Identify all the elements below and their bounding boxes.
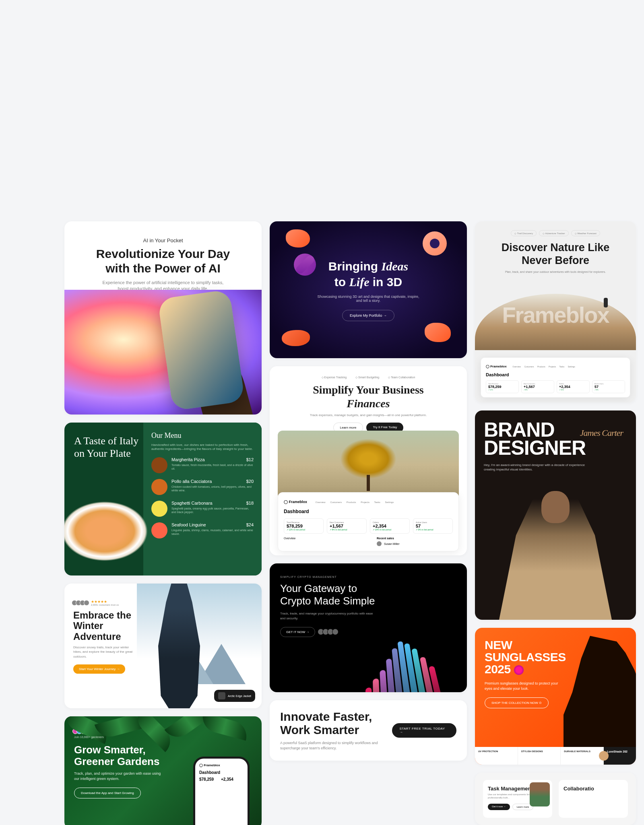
card-title: Discover Nature Like Never Before [475, 236, 636, 267]
blob-shape [294, 254, 316, 276]
strip-item: STYLISH DESIGNS [518, 747, 561, 765]
blob-shape [425, 323, 451, 342]
card-subtitle: Plan, track, and share your outdoor adve… [475, 270, 636, 273]
overview-label: Overview [284, 537, 295, 546]
card-3d-ideas[interactable]: Bringing Ideas to Life in 3D Showcasing … [270, 221, 467, 358]
card-sunglasses[interactable]: NEW SUNGLASSES 2025 Premium sunglasses d… [475, 628, 636, 765]
face-emoji-icon [514, 665, 524, 675]
avatar [332, 629, 339, 635]
pasta-plate-image [64, 495, 157, 567]
card-ai-pocket[interactable]: AI in Your Pocket Revolutionize Your Day… [64, 221, 262, 415]
download-button[interactable]: Download the App and Start Growing [74, 788, 141, 798]
avatar-caption: Join 10,000+ gardeners [74, 736, 252, 738]
person-image [530, 782, 550, 806]
dashboard-nav: Overview Customers Products Projects Tas… [315, 501, 398, 503]
card-innovate[interactable]: Innovate Faster, Work Smarter A powerful… [270, 700, 467, 761]
blob-shape [286, 229, 310, 248]
card-title: BRAND DESIGNER James Carter [484, 421, 627, 457]
card-crypto[interactable]: SIMPLIFY CRYPTO MANAGEMENT Your Gateway … [270, 563, 467, 692]
menu-item[interactable]: Seafood Linguine$24 Linguine pasta, shri… [151, 522, 254, 538]
feature-tags: ◇ Trail Discovery ◇ Adventure Tracker ◇ … [475, 221, 636, 236]
card-title: Innovate Faster, Work Smarter [280, 710, 392, 736]
dish-image [151, 457, 167, 473]
card-title: Simplify Your Business Finances [270, 379, 467, 410]
avatar-stack [74, 728, 252, 734]
get-it-now-button[interactable]: GET IT NOW → [280, 627, 315, 637]
sale-row: Susan Miller [377, 541, 453, 546]
box-title: Collaboratio [564, 786, 623, 792]
card-brand-designer[interactable]: BRAND DESIGNER James Carter Hey, I'm an … [475, 410, 636, 620]
card-subtitle: Discover snowy trails, track your winter… [73, 645, 138, 659]
stat-card: Orders +2,354 ↗ 15% [557, 380, 590, 393]
stat-card: New Customers +1,567 ↗ 8% [521, 380, 554, 393]
feature-strip: UV PROTECTION STYLISH DESIGNS DURABLE MA… [475, 747, 636, 765]
start-journey-button[interactable]: Start Your Winter Journey → [73, 664, 125, 674]
dish-image [151, 501, 167, 517]
feature-box: Task Management Use our templates and co… [483, 780, 552, 818]
shop-collection-button[interactable]: SHOP THE COLLECTION NOW ⊙ [485, 697, 549, 708]
card-title: Your Gateway to Crypto Made Simple [280, 582, 377, 607]
stat-card: Active Users 57 ↗ 3% vs last period [413, 518, 453, 534]
card-subtitle: Hey, I'm an award-winning brand designer… [484, 463, 597, 472]
designer-head [541, 491, 570, 523]
product-thumb [218, 692, 225, 699]
signature: James Carter [580, 429, 623, 437]
menu-item[interactable]: Pollo alla Cacciatora$20 Chicken cooked … [151, 479, 254, 495]
watermark-text: Frameblox [475, 302, 636, 328]
tree-illustration [340, 439, 396, 479]
card-title: Bringing Ideas to Life in 3D [328, 258, 408, 290]
card-subtitle: A powerful SaaS platform designed to sim… [280, 740, 392, 751]
product-tag[interactable]: Arctic Edge Jacket [214, 690, 255, 702]
blob-shape [282, 330, 310, 346]
column-3: ◇ Trail Discovery ◇ Adventure Tracker ◇ … [475, 221, 636, 825]
menu-heading: Our Menu [151, 431, 254, 440]
avatar [377, 541, 382, 546]
phone-mockup: ◯ Frameblox Dashboard $78,259 +2,354 [193, 757, 250, 825]
eyebrow-tag: SIMPLIFY CRYPTO MANAGEMENT [280, 575, 456, 578]
card-title: Embrace the Winter Adventure [73, 610, 138, 642]
card-gardens[interactable]: Join 10,000+ gardeners Grow Smarter, Gre… [64, 716, 262, 825]
phone-illustration [157, 289, 245, 411]
card-subtitle: Showcasing stunning 3D art and designs t… [316, 295, 421, 303]
card-subtitle: Track, plan, and optimize your garden wi… [74, 771, 163, 781]
card-task-management[interactable]: Task Management Use our templates and co… [475, 773, 636, 825]
explore-portfolio-button[interactable]: Explore My Portfolio → [342, 310, 394, 321]
dashboard-title: Dashboard [284, 509, 453, 514]
menu-item[interactable]: Spaghetti Carbonara$18 Spaghetti pasta, … [151, 501, 254, 517]
card-title: A Taste of Italy on Your Plate [74, 435, 143, 460]
feature-tags: ◇ Expense Tracking ◇ Smart Budgeting ◇ T… [270, 366, 467, 379]
avatar [84, 600, 89, 606]
card-winter[interactable]: ★★★★★ 2,000+ customers trust us Embrace … [64, 584, 262, 708]
rating-text: 2,000+ customers trust us [91, 604, 119, 606]
menu-item[interactable]: Margherita Pizza$12 Tomato sauce, fresh … [151, 457, 254, 473]
column-2: Bringing Ideas to Life in 3D Showcasing … [270, 221, 467, 825]
start-trial-button[interactable]: START FREE TRIAL TODAY → [392, 723, 456, 738]
card-finances[interactable]: ◇ Expense Tracking ◇ Smart Budgeting ◇ T… [270, 366, 467, 555]
avatar-stack [319, 629, 339, 635]
dashboard-mockup: ◯ Frameblox Overview Customers Products … [481, 357, 630, 398]
card-nature[interactable]: ◇ Trail Discovery ◇ Adventure Tracker ◇ … [475, 221, 636, 402]
avatar [80, 728, 86, 734]
brand-label: ◯ Frameblox [486, 365, 507, 368]
stat-card: Active Users 57 ↗ 3% [592, 380, 625, 393]
template-grid: AI in Your Pocket Revolutionize Your Day… [0, 0, 644, 825]
stat-card: Total Revenue $78,259 ↗ 12% [486, 380, 519, 393]
strip-item: DURABLE MATERIALS [561, 747, 604, 765]
stat-card: New Customers +1,567 ↗ 8% vs last period [327, 518, 367, 534]
card-subtitle: Track expenses, manage budgets, and gain… [270, 413, 467, 417]
get-it-now-button[interactable]: Get it now → [488, 804, 510, 810]
recent-sales-label: Recent sales [377, 537, 453, 540]
rating-row: ★★★★★ 2,000+ customers trust us [73, 600, 138, 606]
card-subtitle: Premium sunglasses designed to protect y… [485, 681, 565, 691]
stat-card: Orders +2,354 ↗ 15% vs last period [370, 518, 410, 534]
feature-box: Collaboratio [559, 780, 628, 818]
card-italy[interactable]: A Taste of Italy on Your Plate Our Menu … [64, 423, 262, 575]
column-1: AI in Your Pocket Revolutionize Your Day… [64, 221, 262, 825]
stats-row: Total Revenue $78,259 ↗ 12% vs last peri… [284, 518, 453, 534]
dish-image [151, 479, 167, 495]
strip-item: UV PROTECTION [475, 747, 518, 765]
face-avatar [599, 751, 609, 761]
stat-card: Total Revenue $78,259 ↗ 12% vs last peri… [284, 518, 324, 534]
dashboard-mockup: ◯ Frameblox Overview Customers Products … [278, 492, 459, 551]
card-title: Revolutionize Your Day with the Power of… [64, 243, 262, 276]
